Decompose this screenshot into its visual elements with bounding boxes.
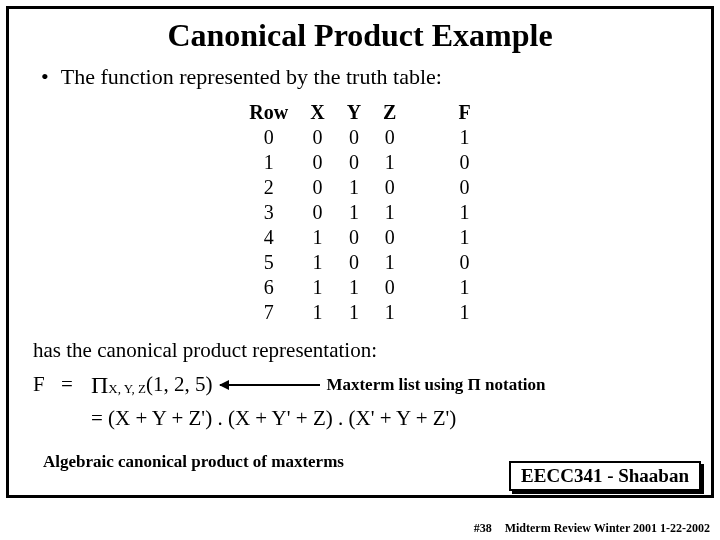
body-text: has the canonical product representation…	[33, 335, 691, 434]
th-f: F	[458, 100, 470, 125]
slide-title: Canonical Product Example	[29, 17, 691, 54]
cell: 0	[383, 275, 396, 300]
pi-symbol: Π	[91, 367, 108, 403]
course-box: EECC341 - Shaaban	[509, 461, 701, 491]
footer-text: Midterm Review Winter 2001 1-22-2002	[505, 521, 710, 535]
cell: 1	[347, 175, 361, 200]
cell: 1	[347, 275, 361, 300]
cell: 1	[347, 200, 361, 225]
cell: 0	[383, 225, 396, 250]
cell: 1	[249, 150, 288, 175]
cell: 1	[310, 225, 324, 250]
cell: 0	[347, 225, 361, 250]
cell: 1	[458, 300, 470, 325]
cell: 5	[249, 250, 288, 275]
cell: 2	[249, 175, 288, 200]
cell: 0	[310, 150, 324, 175]
slide-container: Canonical Product Example • The function…	[6, 6, 714, 498]
cell: 1	[458, 225, 470, 250]
equation-line-1: F = Π X, Y, Z (1, 2, 5) Maxterm list usi…	[33, 367, 691, 403]
cell: 0	[347, 125, 361, 150]
cell: 1	[458, 125, 470, 150]
cell: 1	[458, 200, 470, 225]
th-y: Y	[347, 100, 361, 125]
spacer	[418, 100, 436, 325]
cell: 7	[249, 300, 288, 325]
cell: 6	[249, 275, 288, 300]
cell: 0	[383, 125, 396, 150]
col-y: Y 0 0 1 1 0 0 1 1	[347, 100, 361, 325]
cell: 1	[310, 250, 324, 275]
cell: 0	[458, 150, 470, 175]
bullet-text: The function represented by the truth ta…	[61, 64, 442, 90]
slide-number: #38	[474, 521, 492, 535]
cell: 0	[310, 200, 324, 225]
cell: 1	[310, 300, 324, 325]
arrow	[220, 384, 320, 386]
bullet-icon: •	[41, 66, 49, 88]
truth-table: Row 0 1 2 3 4 5 6 7 X 0 0 0 0 1 1 1 1 Y …	[29, 100, 691, 325]
cell: 4	[249, 225, 288, 250]
annotation: Maxterm list using Π notation	[326, 372, 545, 398]
cell: 0	[383, 175, 396, 200]
cell: 1	[383, 300, 396, 325]
repr-line: has the canonical product representation…	[33, 335, 691, 367]
pi-subscript: X, Y, Z	[108, 379, 146, 399]
cell: 3	[249, 200, 288, 225]
cell: 1	[458, 275, 470, 300]
cell: 0	[310, 175, 324, 200]
cell: 0	[458, 175, 470, 200]
bullet-line: • The function represented by the truth …	[41, 64, 691, 90]
cell: 0	[458, 250, 470, 275]
th-x: X	[310, 100, 324, 125]
equation-line-2: = (X + Y + Z') . (X + Y' + Z) . (X' + Y …	[91, 403, 691, 435]
col-f: F 1 0 0 1 1 0 1 1	[458, 100, 470, 325]
col-row: Row 0 1 2 3 4 5 6 7	[249, 100, 288, 325]
col-x: X 0 0 0 0 1 1 1 1	[310, 100, 324, 325]
cell: 0	[347, 150, 361, 175]
cell: 1	[383, 150, 396, 175]
cell: 1	[383, 250, 396, 275]
equals: =	[61, 369, 91, 401]
col-z: Z 0 1 0 1 0 1 0 1	[383, 100, 396, 325]
cell: 1	[347, 300, 361, 325]
th-row: Row	[249, 100, 288, 125]
arrow-line-icon	[220, 384, 320, 386]
cell: 0	[347, 250, 361, 275]
pi-args: (1, 2, 5)	[146, 369, 213, 401]
cell: 1	[310, 275, 324, 300]
cell: 0	[310, 125, 324, 150]
th-z: Z	[383, 100, 396, 125]
cell: 0	[249, 125, 288, 150]
var-F: F	[33, 369, 61, 401]
footer: #38 Midterm Review Winter 2001 1-22-2002	[474, 521, 710, 536]
cell: 1	[383, 200, 396, 225]
